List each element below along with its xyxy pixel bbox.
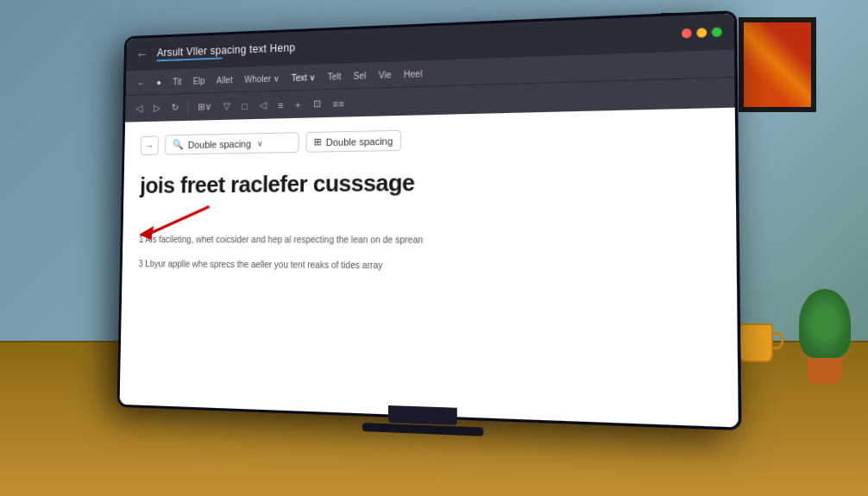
- maximize-button[interactable]: [712, 28, 722, 38]
- wall-art-abstract: [739, 17, 816, 112]
- menu-heel[interactable]: Heel: [399, 66, 428, 81]
- window-title: Arsult Vller spacing text Henp: [157, 41, 296, 59]
- search-text: Double spacing: [188, 138, 251, 150]
- body-line-1: 1 Als facileting, whet coicsider and hep…: [139, 234, 716, 248]
- red-arrow-annotation: [130, 198, 222, 258]
- nav-arrow-button[interactable]: →: [141, 135, 159, 154]
- toolbar-shape[interactable]: ▽: [219, 98, 235, 114]
- minimize-button[interactable]: [696, 28, 707, 37]
- search-bar-row: → 🔍 Double spacing ∨ ⊞ Double spacing: [141, 123, 715, 155]
- monitor-stand: [388, 405, 457, 425]
- toolbar-table[interactable]: ⊡: [308, 96, 324, 111]
- toolbar-back2[interactable]: ◁: [255, 97, 270, 113]
- screen: ← Arsult Vller spacing text Henp ← ● Tit…: [120, 13, 739, 427]
- red-arrow-svg: [130, 198, 222, 254]
- toolbar-refresh[interactable]: ↻: [167, 100, 183, 115]
- menu-sel[interactable]: Sel: [348, 68, 371, 82]
- plant: [799, 289, 851, 375]
- search-box[interactable]: 🔍 Double spacing ∨: [165, 132, 299, 154]
- badge-label: Double spacing: [326, 135, 393, 148]
- window-controls: [682, 28, 722, 39]
- search-dropdown-arrow[interactable]: ∨: [257, 139, 263, 148]
- menu-tit[interactable]: Tit: [167, 74, 186, 88]
- main-heading: jois freet raclefer cusssage: [140, 165, 715, 199]
- toolbar-sep-1: [187, 100, 188, 114]
- monitor-wrapper: ← Arsult Vller spacing text Henp ← ● Tit…: [121, 35, 725, 431]
- menu-allet[interactable]: Allet: [211, 72, 238, 86]
- body-line-2: 3 Lbyur applle whe sprecs the aeller you…: [138, 258, 716, 275]
- toolbar-lines[interactable]: ≡≡: [329, 96, 349, 110]
- badge-icon: ⊞: [314, 136, 322, 148]
- toolbar-forward[interactable]: ▷: [149, 101, 164, 116]
- menu-dot[interactable]: ●: [152, 75, 167, 88]
- body-text: 1 Als facileting, whet coicsider and hep…: [138, 234, 716, 275]
- toolbar-grid[interactable]: ⊞∨: [193, 99, 216, 115]
- svg-marker-1: [139, 226, 154, 240]
- menu-text[interactable]: Text ∨: [286, 70, 321, 85]
- monitor: ← Arsult Vller spacing text Henp ← ● Tit…: [117, 10, 742, 430]
- close-button[interactable]: [682, 28, 692, 38]
- back-button[interactable]: ←: [136, 47, 149, 62]
- menu-vie[interactable]: Vie: [374, 67, 397, 81]
- toolbar-list[interactable]: ≡: [274, 97, 287, 112]
- toolbar-back[interactable]: ◁: [132, 101, 147, 116]
- menu-back[interactable]: ←: [132, 76, 150, 89]
- toolbar-plus[interactable]: +: [291, 97, 305, 112]
- menu-elp[interactable]: Elp: [188, 74, 210, 88]
- menu-wholer[interactable]: Wholer ∨: [239, 72, 285, 86]
- content-area: → 🔍 Double spacing ∨ ⊞ Double spacing jo…: [120, 108, 739, 428]
- menu-telt[interactable]: Telt: [323, 69, 347, 83]
- toolbar-square[interactable]: □: [237, 98, 251, 113]
- coffee-mug: [739, 323, 773, 371]
- search-icon: 🔍: [173, 139, 185, 150]
- spacing-badge[interactable]: ⊞ Double spacing: [305, 130, 400, 153]
- svg-line-0: [148, 206, 210, 235]
